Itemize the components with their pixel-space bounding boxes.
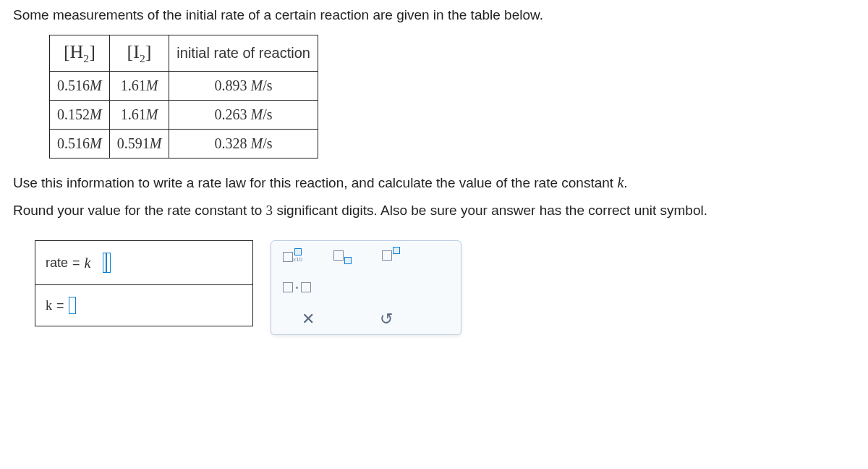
header-h2: [H2]	[50, 35, 110, 72]
k-input-row[interactable]: k =	[35, 285, 252, 326]
scientific-notation-button[interactable]: x10	[283, 248, 303, 262]
symbol-palette: x10 ✕ ↺	[271, 240, 461, 335]
rate-expression-input[interactable]	[103, 253, 111, 273]
table-header-row: [H2] [I2] initial rate of reaction	[50, 35, 318, 72]
clear-button[interactable]: ✕	[302, 311, 315, 327]
answer-box: rate = k k =	[35, 240, 253, 326]
k-label: k	[46, 298, 52, 313]
multiply-button[interactable]	[283, 282, 311, 292]
instruction-1: Use this information to write a rate law…	[13, 174, 855, 191]
intro-text: Some measurements of the initial rate of…	[13, 7, 855, 23]
k-symbol: k	[85, 255, 91, 271]
table-row: 0.152M 1.61M 0.263 M/s	[50, 101, 318, 130]
header-rate: initial rate of reaction	[169, 35, 318, 72]
k-value-input[interactable]	[69, 297, 76, 314]
header-i2: [I2]	[109, 35, 169, 72]
rate-label: rate	[46, 255, 68, 271]
table-row: 0.516M 1.61M 0.893 M/s	[50, 72, 318, 101]
instruction-2: Round your value for the rate constant t…	[13, 203, 855, 219]
reset-button[interactable]: ↺	[380, 311, 393, 327]
subscript-button[interactable]	[333, 250, 352, 261]
rate-input-row[interactable]: rate = k	[35, 241, 252, 285]
table-row: 0.516M 0.591M 0.328 M/s	[50, 130, 318, 159]
rate-data-table: [H2] [I2] initial rate of reaction 0.516…	[49, 35, 318, 159]
superscript-button[interactable]	[382, 250, 400, 261]
